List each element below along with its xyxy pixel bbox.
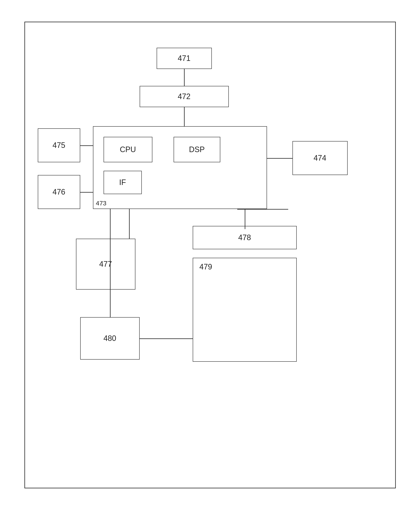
diagram-page: 471 472 473 CPU DSP IF 474 475 bbox=[24, 22, 396, 488]
line-480-479 bbox=[140, 338, 193, 339]
box-cpu: CPU bbox=[104, 137, 152, 162]
line-476-473 bbox=[80, 192, 93, 193]
line-472-473 bbox=[184, 107, 185, 126]
box-477: 477 bbox=[76, 239, 135, 289]
box-479: 479 bbox=[193, 258, 297, 362]
box-471: 471 bbox=[157, 48, 212, 69]
line-475-473 bbox=[80, 145, 93, 146]
box-474: 474 bbox=[292, 141, 348, 175]
line-473-474 bbox=[267, 158, 293, 159]
diagram-container: 471 472 473 CPU DSP IF 474 475 bbox=[25, 22, 395, 488]
line-473-477 bbox=[129, 209, 130, 239]
line-473-480 bbox=[110, 209, 111, 317]
box-480: 480 bbox=[80, 317, 140, 360]
box-472: 472 bbox=[140, 86, 229, 107]
line-471-472 bbox=[184, 69, 185, 86]
box-475: 475 bbox=[38, 128, 80, 162]
box-478: 478 bbox=[193, 226, 297, 249]
box-if: IF bbox=[104, 171, 142, 194]
line-473-478-v bbox=[245, 209, 245, 229]
box-dsp: DSP bbox=[174, 137, 220, 162]
box-476: 476 bbox=[38, 175, 80, 209]
box-479-label: 479 bbox=[200, 262, 212, 271]
